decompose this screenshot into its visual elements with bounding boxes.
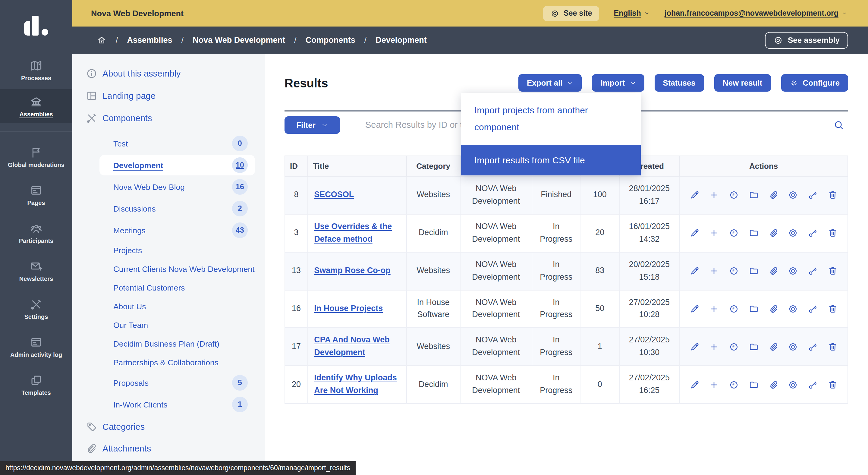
filter-button[interactable]: Filter [284, 116, 340, 133]
component-item[interactable]: Partnerships & Collaborations [99, 354, 255, 371]
attachments-icon[interactable] [768, 379, 778, 390]
component-item[interactable]: Test 0 [99, 133, 255, 154]
permissions-key-icon[interactable] [808, 379, 818, 390]
see-site-button[interactable]: See site [543, 6, 599, 21]
component-item[interactable]: In-Work Clients 1 [99, 394, 255, 415]
sidebar-item-templates[interactable]: Templates [0, 366, 72, 404]
attachments-icon[interactable] [768, 190, 778, 200]
preview-icon[interactable] [788, 304, 798, 314]
attachments-icon[interactable] [768, 228, 778, 238]
decidim-logo[interactable] [0, 0, 72, 51]
component-item[interactable]: About Us [99, 298, 255, 315]
statuses-button[interactable]: Statuses [654, 74, 704, 92]
add-child-icon[interactable] [709, 379, 719, 390]
language-selector[interactable]: English [614, 9, 650, 18]
attachments-icon[interactable] [768, 304, 778, 314]
sidebar-item-newsletters[interactable]: Newsletters [0, 252, 72, 290]
sidebar-item-processes[interactable]: Processes [0, 51, 72, 89]
menu-item-components[interactable]: Components [86, 111, 265, 125]
import-menu-item-csv[interactable]: Import results from CSV file [461, 145, 641, 175]
home-icon[interactable] [96, 35, 107, 45]
folder-icon[interactable] [749, 342, 759, 352]
menu-item-categories[interactable]: Categories [86, 419, 265, 434]
breadcrumb-item-assemblies[interactable]: Assemblies [127, 36, 173, 44]
timeline-icon[interactable] [729, 190, 739, 200]
component-item[interactable]: Projects [99, 242, 255, 259]
component-item[interactable]: Meetings 43 [99, 220, 255, 241]
add-child-icon[interactable] [709, 190, 719, 200]
delete-trash-icon[interactable] [828, 228, 838, 238]
sidebar-item-admin-activity-log[interactable]: Admin activity log [0, 328, 72, 366]
import-button[interactable]: Import [592, 74, 644, 92]
delete-trash-icon[interactable] [828, 379, 838, 390]
result-title-link[interactable]: Swamp Rose Co-op [314, 266, 391, 275]
breadcrumb-item-development[interactable]: Development [375, 36, 427, 44]
edit-icon[interactable] [689, 342, 700, 352]
menu-item-landing-page[interactable]: Landing page [86, 89, 265, 103]
add-child-icon[interactable] [709, 342, 719, 352]
permissions-key-icon[interactable] [808, 304, 818, 314]
folder-icon[interactable] [749, 228, 759, 238]
delete-trash-icon[interactable] [828, 266, 838, 276]
sidebar-item-settings[interactable]: Settings [0, 290, 72, 328]
permissions-key-icon[interactable] [808, 228, 818, 238]
sidebar-item-assemblies[interactable]: Assemblies [0, 89, 72, 123]
timeline-icon[interactable] [729, 228, 739, 238]
configure-button[interactable]: Configure [781, 74, 848, 92]
user-menu[interactable]: johan.francocampos@novawebdevelopment.or… [664, 9, 847, 18]
folder-icon[interactable] [749, 190, 759, 200]
component-item[interactable]: Nova Web Dev Blog 16 [99, 177, 255, 197]
component-item[interactable]: Proposals 5 [99, 373, 255, 393]
preview-icon[interactable] [788, 190, 798, 200]
folder-icon[interactable] [749, 266, 759, 276]
menu-item-attachments[interactable]: Attachments [86, 441, 265, 456]
component-item[interactable]: Our Team [99, 316, 255, 334]
result-title-link[interactable]: CPA And Nova Web Development [314, 336, 390, 357]
sidebar-item-participants[interactable]: Participants [0, 214, 72, 252]
edit-icon[interactable] [689, 304, 700, 314]
add-child-icon[interactable] [709, 266, 719, 276]
delete-trash-icon[interactable] [828, 342, 838, 352]
result-title-link[interactable]: Identify Why Uploads Are Not Working [314, 373, 397, 395]
attachments-icon[interactable] [768, 342, 778, 352]
folder-icon[interactable] [749, 379, 759, 390]
component-item[interactable]: Potential Customers [99, 279, 255, 296]
delete-trash-icon[interactable] [828, 190, 838, 200]
sidebar-item-global-moderations[interactable]: Global moderations [0, 138, 72, 176]
add-child-icon[interactable] [709, 304, 719, 314]
timeline-icon[interactable] [729, 304, 739, 314]
sidebar-item-pages[interactable]: Pages [0, 176, 72, 214]
timeline-icon[interactable] [729, 342, 739, 352]
menu-item-about-assembly[interactable]: About this assembly [86, 66, 265, 81]
preview-icon[interactable] [788, 228, 798, 238]
result-title-link[interactable]: Use Overrides & the Deface method [314, 222, 392, 244]
edit-icon[interactable] [689, 379, 700, 390]
permissions-key-icon[interactable] [808, 190, 818, 200]
import-menu-item-projects[interactable]: Import projects from another component [461, 93, 641, 145]
folder-icon[interactable] [749, 304, 759, 314]
preview-icon[interactable] [788, 342, 798, 352]
breadcrumb-item-assembly[interactable]: Nova Web Development [193, 36, 285, 44]
edit-icon[interactable] [689, 228, 700, 238]
result-title-link[interactable]: In House Projects [314, 304, 383, 313]
delete-trash-icon[interactable] [828, 304, 838, 314]
new-result-button[interactable]: New result [714, 74, 771, 92]
see-assembly-button[interactable]: See assembly [765, 32, 848, 49]
timeline-icon[interactable] [729, 379, 739, 390]
preview-icon[interactable] [788, 379, 798, 390]
component-item[interactable]: Decidim Business Plan (Draft) [99, 335, 255, 353]
edit-icon[interactable] [689, 266, 700, 276]
permissions-key-icon[interactable] [808, 342, 818, 352]
component-item[interactable]: Discussions 2 [99, 198, 255, 219]
permissions-key-icon[interactable] [808, 266, 818, 276]
edit-icon[interactable] [689, 190, 700, 200]
component-item[interactable]: Development 10 [99, 155, 255, 176]
breadcrumb-item-components[interactable]: Components [306, 36, 355, 44]
component-item[interactable]: Current Clients Nova Web Development [99, 260, 255, 278]
result-title-link[interactable]: SECOSOL [314, 190, 354, 199]
preview-icon[interactable] [788, 266, 798, 276]
attachments-icon[interactable] [768, 266, 778, 276]
search-button[interactable] [833, 119, 844, 130]
timeline-icon[interactable] [729, 266, 739, 276]
add-child-icon[interactable] [709, 228, 719, 238]
